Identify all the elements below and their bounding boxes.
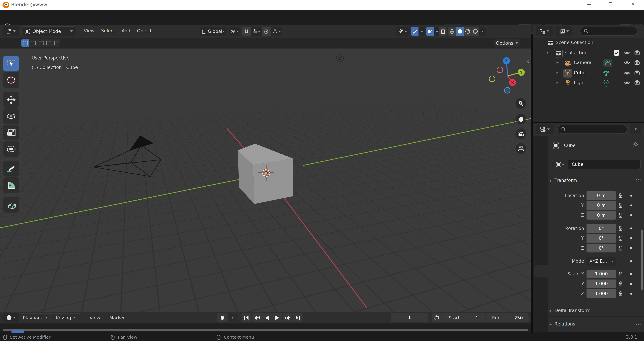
- delta-transform-panel-header[interactable]: ▸ Delta Transform: [550, 306, 641, 315]
- disable-render-icon[interactable]: [634, 80, 640, 85]
- animate-dot[interactable]: [630, 227, 632, 229]
- tool-transform[interactable]: [3, 141, 19, 157]
- options-dropdown[interactable]: Options: [494, 39, 520, 47]
- zoom-view-button[interactable]: [516, 98, 526, 109]
- use-preview-range-toggle[interactable]: [432, 313, 442, 322]
- panel-grip-icon[interactable]: [634, 323, 641, 325]
- animate-dot[interactable]: [630, 195, 632, 197]
- overlays-toggle[interactable]: [426, 27, 434, 36]
- keying-menu[interactable]: Keying: [51, 314, 81, 322]
- tool-select-box[interactable]: [3, 56, 19, 71]
- outliner-display-mode-button[interactable]: [555, 26, 572, 36]
- location-z-field[interactable]: 0 m: [586, 211, 616, 220]
- select-mode-subtract-button[interactable]: [37, 39, 45, 47]
- play-reverse-button[interactable]: [262, 313, 272, 322]
- outliner-row-cube[interactable]: ▸ Cube: [533, 69, 644, 78]
- hide-eye-icon[interactable]: [624, 50, 630, 55]
- camera-expand-icon[interactable]: ▸: [557, 60, 559, 64]
- lock-icon[interactable]: [618, 193, 623, 198]
- transform-orientation-dropdown[interactable]: Global: [200, 27, 227, 36]
- outliner-row-camera[interactable]: ▸ Camera: [533, 58, 644, 68]
- playback-menu[interactable]: Playback: [20, 314, 50, 322]
- disable-render-icon[interactable]: [634, 50, 640, 55]
- disable-render-icon[interactable]: [634, 60, 640, 65]
- pan-view-button[interactable]: [516, 114, 526, 124]
- snap-toggle[interactable]: [242, 27, 251, 36]
- lock-icon[interactable]: [618, 271, 623, 277]
- gizmo-neg-z[interactable]: [504, 87, 510, 93]
- properties-editor-type-button[interactable]: [536, 124, 554, 134]
- shading-material-button[interactable]: [464, 27, 472, 36]
- play-button[interactable]: [272, 313, 282, 322]
- scale-y-field[interactable]: 1.000: [586, 280, 616, 288]
- shading-rendered-button[interactable]: [472, 27, 479, 36]
- minimize-button[interactable]: —: [586, 2, 591, 7]
- disable-render-icon[interactable]: [634, 70, 640, 75]
- viewport-menu-object[interactable]: Object: [134, 27, 155, 36]
- gizmo-settings-dropdown[interactable]: [418, 27, 425, 36]
- shading-settings-dropdown[interactable]: [479, 27, 486, 36]
- outliner-editor-type-button[interactable]: [536, 26, 553, 36]
- close-button[interactable]: ✕: [631, 2, 635, 7]
- scale-z-field[interactable]: 1.000: [586, 290, 616, 298]
- rotation-x-field[interactable]: 0°: [586, 224, 616, 233]
- jump-next-keyframe-button[interactable]: [282, 313, 292, 322]
- timeline-editor-type-button[interactable]: [2, 313, 19, 322]
- lock-icon[interactable]: [618, 203, 623, 208]
- timeline-menu-marker[interactable]: Marker: [106, 314, 128, 323]
- toggle-orthographic-button[interactable]: [516, 143, 526, 154]
- select-mode-extend-button[interactable]: [29, 39, 37, 47]
- timeline-scrollbar[interactable]: [3, 329, 528, 332]
- viewport-3d[interactable]: User Perspective (1) Collection | Cube: [0, 48, 531, 312]
- camera-object[interactable]: [94, 135, 161, 177]
- frame-end-field[interactable]: End 250: [486, 313, 529, 322]
- relations-panel-header[interactable]: ▸ Relations: [550, 320, 641, 329]
- select-mode-set-button[interactable]: [22, 39, 29, 47]
- rotation-y-field[interactable]: 0°: [586, 234, 616, 243]
- lock-icon[interactable]: [618, 291, 623, 296]
- tool-cursor[interactable]: [3, 72, 19, 88]
- hide-eye-icon[interactable]: [624, 60, 630, 65]
- select-mode-intersect-button[interactable]: [53, 39, 60, 47]
- camera-view-button[interactable]: [516, 128, 526, 139]
- shading-wireframe-button[interactable]: [448, 27, 456, 36]
- xray-toggle[interactable]: [439, 27, 446, 36]
- collection-checkbox[interactable]: [614, 50, 619, 56]
- animate-dot[interactable]: [630, 283, 632, 285]
- lock-icon[interactable]: [618, 226, 623, 231]
- properties-filter-dropdown[interactable]: [630, 124, 641, 134]
- editor-type-button[interactable]: [2, 26, 19, 36]
- gizmo-neg-x[interactable]: [497, 67, 503, 73]
- gizmo-neg-y[interactable]: [489, 76, 495, 82]
- lock-icon[interactable]: [618, 281, 623, 287]
- mode-selector[interactable]: Object Mode: [22, 26, 76, 36]
- hide-eye-icon[interactable]: [624, 71, 630, 75]
- gizmos-toggle[interactable]: [411, 27, 418, 36]
- tool-scale[interactable]: [3, 125, 19, 140]
- panel-grip-icon[interactable]: [634, 179, 641, 182]
- light-object[interactable]: [336, 54, 344, 61]
- pivot-point-dropdown[interactable]: [229, 27, 240, 36]
- tool-move[interactable]: [3, 92, 19, 107]
- lock-icon[interactable]: [618, 213, 623, 218]
- transform-panel-header[interactable]: ▾ Transform: [550, 176, 641, 185]
- collection-expand-icon[interactable]: ▾: [546, 50, 548, 55]
- navigation-gizmo[interactable]: Z Y X: [487, 53, 528, 95]
- animate-dot[interactable]: [630, 260, 632, 262]
- jump-prev-keyframe-button[interactable]: [252, 313, 262, 322]
- animate-dot[interactable]: [630, 247, 632, 249]
- auto-keying-toggle[interactable]: [217, 313, 228, 322]
- animate-dot[interactable]: [630, 214, 632, 216]
- proportional-editing-toggle[interactable]: [262, 27, 271, 36]
- viewport-menu-add[interactable]: Add: [118, 27, 134, 36]
- jump-to-end-button[interactable]: [293, 313, 302, 322]
- location-y-field[interactable]: 0 m: [586, 201, 616, 210]
- scale-x-field[interactable]: 1.000: [586, 270, 616, 278]
- lock-icon[interactable]: [618, 236, 623, 241]
- light-expand-icon[interactable]: ▸: [557, 80, 559, 85]
- tool-annotate[interactable]: [3, 161, 19, 177]
- proportional-falloff-dropdown[interactable]: [271, 27, 282, 36]
- pin-icon[interactable]: [632, 142, 638, 148]
- outliner-row-scene-collection[interactable]: Scene Collection: [533, 38, 644, 48]
- maximize-button[interactable]: ❐: [608, 2, 612, 7]
